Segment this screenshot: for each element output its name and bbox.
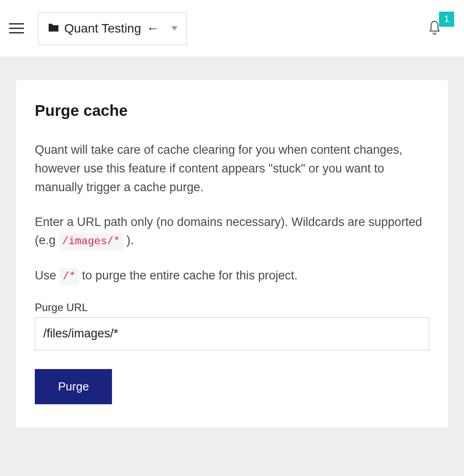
- folder-icon: [47, 23, 60, 34]
- code-example-images: /images/*: [59, 233, 123, 250]
- description-paragraph-3: Use /* to purge the entire cache for thi…: [35, 267, 429, 285]
- project-name-label: Quant Testing: [64, 21, 141, 36]
- desc2-suffix: ).: [123, 234, 134, 247]
- code-example-all: /*: [60, 268, 79, 285]
- desc3-prefix: Use: [35, 269, 60, 282]
- desc3-suffix: to purge the entire cache for this proje…: [79, 269, 298, 282]
- content-area: Purge cache Quant will take care of cach…: [0, 57, 464, 476]
- purge-url-label: Purge URL: [35, 301, 429, 314]
- description-paragraph-1: Quant will take care of cache clearing f…: [35, 141, 429, 197]
- purge-url-input[interactable]: [35, 317, 429, 350]
- description-paragraph-2: Enter a URL path only (no domains necess…: [35, 213, 429, 250]
- project-selector-dropdown[interactable]: Quant Testing ←: [38, 12, 187, 45]
- hamburger-menu-button[interactable]: [9, 20, 27, 37]
- notification-count-badge: 1: [439, 12, 454, 27]
- purge-cache-card: Purge cache Quant will take care of cach…: [16, 80, 448, 427]
- purge-button[interactable]: Purge: [35, 369, 112, 404]
- notification-area: 1: [427, 20, 445, 37]
- app-header: Quant Testing ← 1: [0, 0, 464, 57]
- arrow-left-icon: ←: [146, 21, 159, 36]
- page-title: Purge cache: [35, 102, 429, 119]
- notification-bell-button[interactable]: 1: [427, 20, 445, 37]
- chevron-down-icon: [171, 26, 178, 30]
